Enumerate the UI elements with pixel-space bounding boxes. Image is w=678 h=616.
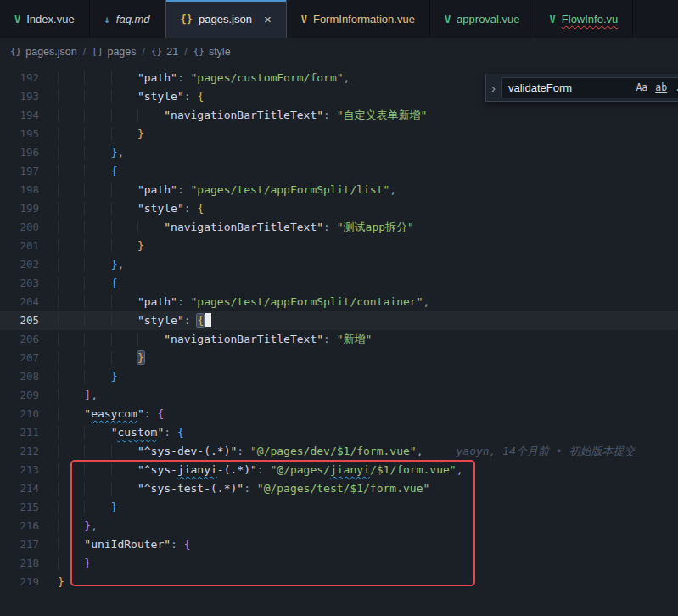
code-line[interactable]: 210 "easycom": { bbox=[0, 405, 678, 423]
code-line[interactable]: 203 { bbox=[0, 274, 678, 293]
tab-approval.vue[interactable]: Vapproval.vue bbox=[430, 0, 535, 38]
token: : bbox=[171, 538, 184, 551]
line-number: 212 bbox=[0, 442, 39, 461]
code-line[interactable]: 195 } bbox=[0, 125, 678, 143]
code-line[interactable]: 216 }, bbox=[0, 517, 678, 535]
breadcrumb-item-pages[interactable]: []pages bbox=[92, 46, 136, 58]
tab-label: Index.vue bbox=[26, 13, 74, 25]
code-line[interactable]: 213 "^sys-jianyi-(.*)": "@/pages/jianyi/… bbox=[0, 461, 678, 479]
code-line[interactable]: 219} bbox=[0, 573, 678, 591]
tab-pages.json[interactable]: {}pages.json× bbox=[165, 0, 287, 38]
line-content: "navigationBarTitleText": "自定义表单新增" bbox=[58, 106, 427, 125]
line-content: "^sys-dev-(.*)": "@/pages/dev/$1/form.vu… bbox=[58, 442, 635, 461]
token: } bbox=[137, 127, 144, 140]
line-number: 210 bbox=[0, 405, 39, 423]
line-number: 217 bbox=[0, 535, 39, 554]
indent-guides bbox=[58, 239, 137, 252]
line-content: "style": { bbox=[58, 311, 211, 330]
code-line[interactable]: 196 }, bbox=[0, 143, 678, 162]
code-line[interactable]: 198 "path": "pages/test/appFormSplit/lis… bbox=[0, 181, 678, 199]
code-line[interactable]: 199 "style": { bbox=[0, 199, 678, 218]
code-line[interactable]: 200 "navigationBarTitleText": "测试app拆分" bbox=[0, 218, 678, 237]
text-cursor bbox=[205, 313, 211, 327]
line-number: 199 bbox=[0, 199, 39, 218]
token: "^sys-test-(.*)" bbox=[137, 482, 244, 495]
breadcrumb-label: pages.json bbox=[25, 46, 76, 58]
token: : bbox=[177, 183, 191, 196]
toggle-replace-chevron-icon[interactable]: › bbox=[491, 81, 496, 95]
token: -(.*)" bbox=[217, 463, 257, 476]
indent-guides bbox=[58, 258, 111, 271]
token: } bbox=[84, 519, 91, 532]
indent-guides bbox=[58, 183, 137, 196]
breadcrumb-item-21[interactable]: {}21 bbox=[151, 46, 178, 58]
breadcrumb-item-pages.json[interactable]: {}pages.json bbox=[10, 46, 77, 58]
token: , bbox=[91, 389, 98, 401]
code-line[interactable]: 202 }, bbox=[0, 255, 678, 274]
editor[interactable]: 192 "path": "pages/customForm/form",193 … bbox=[0, 64, 678, 591]
line-content: "navigationBarTitleText": "测试app拆分" bbox=[58, 218, 414, 237]
token: : bbox=[237, 445, 250, 457]
code-line[interactable]: 218 } bbox=[0, 554, 678, 573]
breadcrumb-separator: / bbox=[184, 46, 187, 58]
code-line[interactable]: 209 ], bbox=[0, 386, 678, 405]
tab-FormInformation.vue[interactable]: VFormInformation.vue bbox=[287, 0, 430, 38]
code-line[interactable]: 208 } bbox=[0, 367, 678, 386]
token: "style" bbox=[137, 202, 184, 215]
code-line[interactable]: 212 "^sys-dev-(.*)": "@/pages/dev/$1/for… bbox=[0, 442, 678, 461]
token: "@/pages/test/$1/form.vue" bbox=[257, 482, 430, 495]
indent-guides bbox=[58, 426, 111, 439]
token: : bbox=[144, 407, 158, 420]
code-line[interactable]: 206 "navigationBarTitleText": "新增" bbox=[0, 330, 678, 349]
tab-faq.md[interactable]: ↓faq.md bbox=[90, 0, 165, 38]
token: { bbox=[197, 90, 204, 103]
code-line[interactable]: 197 { bbox=[0, 162, 678, 181]
token: "新增" bbox=[337, 333, 373, 345]
token: : bbox=[323, 333, 337, 345]
line-content: } bbox=[58, 237, 144, 255]
line-content: "style": { bbox=[58, 199, 204, 218]
token: " bbox=[84, 407, 91, 420]
indent-guides bbox=[58, 165, 111, 177]
find-input-value[interactable]: validateForm bbox=[508, 81, 628, 94]
line-content: "uniIdRouter": { bbox=[58, 535, 191, 554]
find-input[interactable]: validateForm Aa ab .* bbox=[501, 77, 678, 98]
tab-Index.vue[interactable]: VIndex.vue bbox=[0, 0, 90, 38]
line-number: 218 bbox=[0, 554, 39, 573]
code-line[interactable]: 217 "uniIdRouter": { bbox=[0, 535, 678, 554]
line-number: 196 bbox=[0, 143, 39, 162]
code-line[interactable]: 215 } bbox=[0, 498, 678, 517]
token: } bbox=[84, 557, 91, 569]
line-number: 193 bbox=[0, 87, 39, 106]
code-line[interactable]: 211 "custom": { bbox=[0, 423, 678, 442]
line-content: } bbox=[58, 367, 117, 386]
token: "uniIdRouter" bbox=[84, 538, 171, 551]
token: : bbox=[323, 109, 337, 121]
token: "@/pages/dev/$1/form.vue" bbox=[250, 445, 417, 457]
whole-word-icon[interactable]: ab bbox=[655, 81, 667, 93]
code-line[interactable]: 201 } bbox=[0, 237, 678, 255]
code-line[interactable]: 205 "style": { bbox=[0, 311, 678, 330]
tab-label: FormInformation.vue bbox=[313, 13, 415, 25]
code-line[interactable]: 207 } bbox=[0, 349, 678, 367]
code-line[interactable]: 204 "path": "pages/test/appFormSplit/con… bbox=[0, 293, 678, 311]
regex-icon[interactable]: .* bbox=[675, 81, 678, 93]
token: : bbox=[184, 202, 198, 215]
token: "navigationBarTitleText" bbox=[164, 109, 323, 121]
line-content: }, bbox=[58, 255, 124, 274]
token: { bbox=[177, 426, 184, 439]
token: "^sys- bbox=[137, 463, 177, 476]
token: " bbox=[137, 407, 144, 420]
line-number: 211 bbox=[0, 423, 39, 442]
tab-FlowInfo.vu[interactable]: VFlowInfo.vu bbox=[535, 0, 634, 38]
match-case-icon[interactable]: Aa bbox=[636, 81, 647, 93]
json-icon: {} bbox=[181, 14, 193, 25]
token: easycom bbox=[91, 407, 137, 420]
code-line[interactable]: 214 "^sys-test-(.*)": "@/pages/test/$1/f… bbox=[0, 479, 678, 498]
vue-icon: V bbox=[14, 14, 20, 25]
token: "@/pages/ bbox=[270, 463, 329, 476]
close-icon[interactable]: × bbox=[264, 13, 272, 25]
token: } bbox=[137, 351, 144, 364]
code-line[interactable]: 194 "navigationBarTitleText": "自定义表单新增" bbox=[0, 106, 678, 125]
breadcrumb-item-style[interactable]: {}style bbox=[193, 46, 231, 58]
